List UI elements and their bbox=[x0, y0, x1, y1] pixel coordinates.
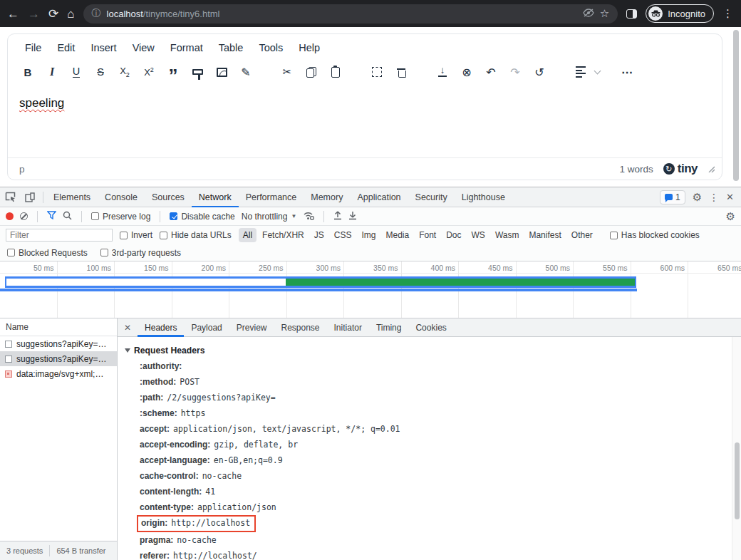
devtools-tab[interactable]: Sources bbox=[145, 187, 192, 207]
forward-icon[interactable]: → bbox=[28, 8, 40, 20]
inspect-element-icon[interactable] bbox=[0, 192, 20, 202]
network-overview-waterfall[interactable]: 50 ms100 ms150 ms200 ms250 ms300 ms350 m… bbox=[0, 261, 741, 318]
superscript-button[interactable]: X2 bbox=[139, 62, 159, 82]
network-conditions-icon[interactable] bbox=[303, 211, 314, 222]
devtools-settings-icon[interactable]: ⚙ bbox=[693, 191, 702, 204]
tiny-brand[interactable]: ↻ tiny bbox=[663, 162, 698, 176]
resource-type-filter[interactable]: Other bbox=[567, 228, 597, 242]
overview-request-bar[interactable] bbox=[5, 276, 636, 288]
resize-grip-icon[interactable] bbox=[708, 162, 715, 175]
devtools-tab[interactable]: Console bbox=[98, 187, 145, 207]
word-count[interactable]: 1 words bbox=[619, 164, 653, 175]
export-har-icon[interactable] bbox=[348, 211, 357, 222]
editor-menu-item[interactable]: Edit bbox=[50, 39, 82, 56]
request-row[interactable]: data:image/svg+xml;… bbox=[0, 366, 117, 381]
search-icon[interactable] bbox=[63, 211, 72, 222]
page-scrollbar[interactable] bbox=[733, 30, 739, 181]
chevron-down-icon[interactable] bbox=[594, 68, 601, 75]
devtools-tab[interactable]: Elements bbox=[46, 187, 98, 207]
undo-button[interactable]: ↶ bbox=[481, 62, 501, 82]
hide-data-urls-checkbox[interactable]: Hide data URLs bbox=[160, 230, 232, 240]
preserve-log-checkbox[interactable]: Preserve log bbox=[91, 212, 150, 222]
has-blocked-cookies-checkbox[interactable]: Has blocked cookies bbox=[610, 230, 700, 240]
resource-type-filter[interactable]: Manifest bbox=[524, 228, 565, 242]
more-button[interactable]: ⋯ bbox=[617, 62, 637, 82]
detail-scrollbar[interactable] bbox=[732, 337, 741, 560]
editor-menu-item[interactable]: Help bbox=[291, 39, 327, 56]
detail-tab[interactable]: Preview bbox=[229, 318, 274, 337]
element-path[interactable]: p bbox=[19, 164, 25, 175]
site-info-icon[interactable]: ⓘ bbox=[92, 7, 101, 20]
resource-type-filter[interactable]: WS bbox=[467, 228, 489, 242]
devtools-tab[interactable]: Security bbox=[408, 187, 455, 207]
bold-button[interactable]: B bbox=[18, 62, 38, 82]
devtools-tab[interactable]: Performance bbox=[239, 187, 304, 207]
reload-icon[interactable]: ⟳ bbox=[48, 8, 58, 20]
export-button[interactable]: ↓ bbox=[432, 62, 452, 82]
network-settings-icon[interactable]: ⚙ bbox=[726, 210, 735, 223]
editor-menu-item[interactable]: Insert bbox=[83, 39, 123, 56]
detail-tab[interactable]: Payload bbox=[184, 318, 229, 337]
resource-type-filter[interactable]: Doc bbox=[442, 228, 465, 242]
clear-icon[interactable] bbox=[20, 212, 28, 220]
resource-type-filter[interactable]: CSS bbox=[330, 228, 356, 242]
devtools-menu-icon[interactable]: ⋮ bbox=[709, 192, 719, 203]
name-column-header[interactable]: Name bbox=[0, 318, 117, 336]
close-detail-icon[interactable]: ✕ bbox=[118, 323, 138, 333]
devtools-tab[interactable]: Application bbox=[350, 187, 408, 207]
editor-menu-item[interactable]: Table bbox=[212, 39, 251, 56]
devtools-tab[interactable]: Memory bbox=[304, 187, 350, 207]
copy-button[interactable] bbox=[301, 62, 321, 82]
detail-scrollbar-thumb[interactable] bbox=[735, 442, 740, 519]
resource-type-filter[interactable]: Media bbox=[381, 228, 413, 242]
delete-button[interactable] bbox=[391, 62, 411, 82]
paste-button[interactable] bbox=[326, 62, 346, 82]
detail-tab[interactable]: Initiator bbox=[327, 318, 369, 337]
blockquote-button[interactable]: ” bbox=[163, 62, 183, 82]
request-headers-section[interactable]: Request Headers bbox=[125, 343, 732, 358]
resource-type-filter[interactable]: Wasm bbox=[491, 228, 524, 242]
subscript-button[interactable]: X2 bbox=[115, 62, 135, 82]
editor-menu-item[interactable]: View bbox=[125, 39, 162, 56]
editor-menu-item[interactable]: Tools bbox=[252, 39, 290, 56]
eye-blocked-icon[interactable] bbox=[583, 9, 594, 19]
third-party-requests-checkbox[interactable]: 3rd-party requests bbox=[100, 248, 181, 258]
editor-menu-item[interactable]: Format bbox=[163, 39, 210, 56]
side-panel-icon[interactable] bbox=[626, 9, 637, 19]
page-scrollbar-thumb[interactable] bbox=[733, 30, 739, 181]
permanent-pen-button[interactable]: ✎ bbox=[236, 62, 256, 82]
resource-type-filter[interactable]: Img bbox=[357, 228, 380, 242]
filter-toggle-icon[interactable] bbox=[47, 211, 56, 222]
format-painter-button[interactable] bbox=[187, 62, 207, 82]
disable-cache-checkbox[interactable]: Disable cache bbox=[170, 212, 234, 222]
cancel-button[interactable]: ⊗ bbox=[457, 62, 477, 82]
editor-menu-item[interactable]: File bbox=[18, 39, 48, 56]
blocked-requests-checkbox[interactable]: Blocked Requests bbox=[7, 248, 88, 258]
import-har-icon[interactable] bbox=[333, 211, 342, 222]
browser-menu-icon[interactable]: ⋮ bbox=[722, 7, 734, 20]
strikethrough-button[interactable]: S bbox=[90, 62, 110, 82]
devtools-tab[interactable]: Network bbox=[192, 187, 239, 207]
detail-tab[interactable]: Headers bbox=[138, 318, 184, 337]
invert-checkbox[interactable]: Invert bbox=[120, 230, 152, 240]
devtools-close-icon[interactable]: ✕ bbox=[726, 192, 734, 202]
misspelled-word[interactable]: speeling bbox=[19, 96, 64, 110]
restore-draft-button[interactable]: ↺ bbox=[529, 62, 549, 82]
detail-tab[interactable]: Cookies bbox=[408, 318, 453, 337]
bookmark-star-icon[interactable]: ☆ bbox=[600, 7, 609, 20]
italic-button[interactable]: I bbox=[42, 62, 62, 82]
resource-type-filter[interactable]: Fetch/XHR bbox=[258, 228, 309, 242]
editor-content-area[interactable]: speeling bbox=[8, 87, 722, 157]
request-row[interactable]: suggestions?apiKey=… bbox=[0, 336, 117, 351]
request-row[interactable]: suggestions?apiKey=… bbox=[0, 351, 117, 366]
device-toolbar-icon[interactable] bbox=[20, 192, 40, 202]
underline-button[interactable]: U bbox=[66, 62, 86, 82]
back-icon[interactable]: ← bbox=[7, 8, 19, 20]
throttling-dropdown[interactable]: No throttling▼ bbox=[242, 212, 297, 222]
filter-input[interactable] bbox=[6, 229, 113, 242]
home-icon[interactable]: ⌂ bbox=[67, 8, 74, 20]
align-left-button[interactable] bbox=[571, 62, 591, 82]
redo-button[interactable]: ↷ bbox=[505, 62, 525, 82]
resource-type-filter[interactable]: All bbox=[239, 228, 256, 242]
issues-badge[interactable]: 1 bbox=[660, 190, 685, 204]
